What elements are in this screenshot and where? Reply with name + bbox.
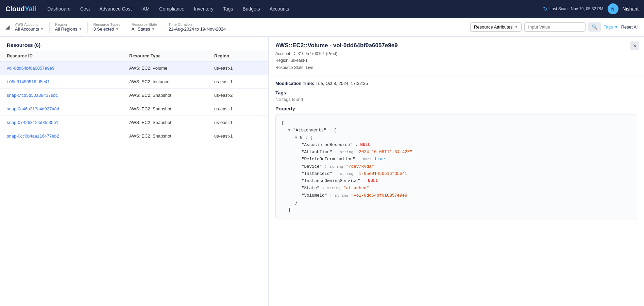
brand-cloud: Cloud xyxy=(5,5,25,13)
json-line: } xyxy=(281,199,631,206)
resource-id-cell: vol-0dd64bf0a6057e9e9 xyxy=(7,66,129,71)
detail-body: Modification Time: Tue, Oct 8, 2024, 17:… xyxy=(269,75,644,306)
resource-type-cell: AWS::EC2::Snapshot xyxy=(129,120,214,125)
modification-time: Modification Time: Tue, Oct 8, 2024, 17:… xyxy=(275,81,637,86)
json-line: { xyxy=(281,120,631,127)
nav-compliance[interactable]: Compliance xyxy=(155,4,188,14)
resource-state-label: Resource State xyxy=(132,22,157,26)
nav-inventory[interactable]: Inventory xyxy=(190,4,218,14)
resource-id-cell: snap-0fcb5d50a394379bc xyxy=(7,93,129,98)
refresh-icon[interactable]: ↻ xyxy=(543,6,547,12)
resource-id-link[interactable]: snap-0cc0b4aa116477eb2 xyxy=(7,133,59,139)
filter-region: Region All Regions ▼ xyxy=(55,22,82,32)
resource-id-link[interactable]: snap-0c46a313c4d927a8d xyxy=(7,106,59,111)
chevron-down-icon: ▼ xyxy=(614,24,618,30)
json-line: "AttachTime" : string "2024-10-08T11:34:… xyxy=(281,149,631,156)
json-line: ▼ 0 : { xyxy=(281,134,631,142)
resource-state-dropdown[interactable]: All States ▼ xyxy=(132,26,157,32)
time-duration-label: Time Duration xyxy=(169,22,226,26)
detail-meta: Account ID: 310957700191 (Prod) Region: … xyxy=(275,50,628,71)
nav-accounts[interactable]: Accounts xyxy=(266,4,293,14)
property-section: Property {▼ "Attachments" : [▼ 0 : {"Ass… xyxy=(275,106,637,219)
json-expand-icon[interactable]: ▼ xyxy=(288,128,293,133)
json-line: "Device" : string "/dev/xvda" xyxy=(281,163,631,170)
nav-budgets[interactable]: Budgets xyxy=(238,4,264,14)
region-cell: us-east-2 xyxy=(214,93,261,98)
account-id: Account ID: 310957700191 (Prod) xyxy=(275,50,628,57)
right-panel: ✕ AWS::EC2::Volume - vol-0dd64bf0a6057e9… xyxy=(269,37,644,306)
nav-advanced-cost[interactable]: Advanced Cost xyxy=(95,4,136,14)
nav-links: Dashboard Cost Advanced Cost IAM Complia… xyxy=(43,4,540,14)
filter-aws-account: AWS Account All Accounts ▼ xyxy=(15,22,44,32)
chevron-down-icon: ▼ xyxy=(79,27,82,31)
resource-id-link[interactable]: vol-0dd64bf0a6057e9e9 xyxy=(7,66,54,71)
divider-2 xyxy=(87,22,88,33)
resource-type-cell: AWS::EC2::Snapshot xyxy=(129,106,214,111)
resource-type-cell: AWS::EC2::Instance xyxy=(129,79,214,84)
json-view: {▼ "Attachments" : [▼ 0 : {"AssociatedRe… xyxy=(275,114,637,219)
json-line: "InstanceId" : string "i-05e91450516fd5e… xyxy=(281,170,631,178)
brand-yali: Yali xyxy=(25,5,36,13)
region-cell: us-east-1 xyxy=(214,79,261,84)
resource-type-cell: AWS::EC2::Snapshot xyxy=(129,133,214,139)
table-row[interactable]: i-05e91450516fd5e41 AWS::EC2::Instance u… xyxy=(0,75,268,89)
resource-id-link[interactable]: snap-07426312f503d35b1 xyxy=(7,120,58,125)
resource-state: Resource State: Live xyxy=(275,64,628,71)
resource-id-link[interactable]: i-05e91450516fd5e41 xyxy=(7,79,50,84)
resource-attributes-select[interactable]: Resource Attributes ▼ xyxy=(470,22,522,32)
brand: CloudYali xyxy=(5,5,36,13)
no-tags-message: No tags found xyxy=(275,97,637,102)
col-resource-type: Resource Type xyxy=(129,53,214,58)
time-duration-value: 21-Aug-2024 to 19-Nov-2024 xyxy=(169,26,226,32)
region-cell: us-east-1 xyxy=(214,133,261,139)
user-name: Nishant xyxy=(623,6,639,12)
region-cell: us-east-1 xyxy=(214,66,261,71)
chevron-down-icon: ▼ xyxy=(152,27,155,31)
json-line: "InstanceOwningService" : NULL xyxy=(281,178,631,185)
col-region: Region xyxy=(214,53,261,58)
table-row[interactable]: snap-0cc0b4aa116477eb2 AWS::EC2::Snapsho… xyxy=(0,129,268,143)
resource-id-cell: snap-0cc0b4aa116477eb2 xyxy=(7,133,129,139)
input-value-field[interactable] xyxy=(524,22,586,32)
avatar: N xyxy=(608,3,618,14)
json-line: ] xyxy=(281,206,631,214)
resource-types-label: Resource Types xyxy=(93,22,120,26)
resource-id-link[interactable]: snap-0fcb5d50a394379bc xyxy=(7,93,58,98)
filter-icon: ◢ xyxy=(5,24,10,30)
tags-section: Tags No tags found xyxy=(275,90,637,102)
detail-header: AWS::EC2::Volume - vol-0dd64bf0a6057e9e9… xyxy=(269,37,644,75)
table-row[interactable]: snap-0c46a313c4d927a8d AWS::EC2::Snapsho… xyxy=(0,102,268,116)
resource-type-cell: AWS::EC2::Snapshot xyxy=(129,93,214,98)
detail-region: Region: us-east-1 xyxy=(275,57,628,64)
table-row[interactable]: vol-0dd64bf0a6057e9e9 AWS::EC2::Volume u… xyxy=(0,61,268,75)
nav-iam[interactable]: IAM xyxy=(137,4,154,14)
json-expand-icon[interactable]: ▼ xyxy=(295,136,300,140)
filter-time-duration: Time Duration 21-Aug-2024 to 19-Nov-2024 xyxy=(169,22,226,32)
reset-all-button[interactable]: Reset All xyxy=(621,24,639,30)
resource-type-cell: AWS::EC2::Volume xyxy=(129,66,214,71)
tags-section-title: Tags xyxy=(275,90,637,95)
table-row[interactable]: snap-07426312f503d35b1 AWS::EC2::Snapsho… xyxy=(0,116,268,129)
tags-filter-link[interactable]: Tags ▼ xyxy=(604,24,618,30)
left-panel: Resources (6) Resource ID Resource Type … xyxy=(0,37,269,306)
divider-3 xyxy=(126,22,126,33)
search-button[interactable]: 🔍 xyxy=(588,22,601,32)
divider-4 xyxy=(163,22,163,33)
resource-id-cell: snap-07426312f503d35b1 xyxy=(7,120,129,125)
aws-account-dropdown[interactable]: All Accounts ▼ xyxy=(15,26,44,32)
resource-id-cell: snap-0c46a313c4d927a8d xyxy=(7,106,129,111)
nav-tags[interactable]: Tags xyxy=(219,4,237,14)
json-line: "VolumeId" : string "vol-0dd64bf0a6057e9… xyxy=(281,192,631,199)
resource-types-dropdown[interactable]: 3 Selected ▼ xyxy=(93,26,120,32)
navbar: CloudYali Dashboard Cost Advanced Cost I… xyxy=(0,0,644,18)
col-resource-id: Resource ID xyxy=(7,53,129,58)
close-button[interactable]: ✕ xyxy=(630,41,639,50)
detail-title: AWS::EC2::Volume - vol-0dd64bf0a6057e9e9 xyxy=(275,42,628,49)
nav-dashboard[interactable]: Dashboard xyxy=(43,4,75,14)
nav-cost[interactable]: Cost xyxy=(76,4,94,14)
json-line: "DeleteOnTermination" : bool true xyxy=(281,156,631,163)
table-body: vol-0dd64bf0a6057e9e9 AWS::EC2::Volume u… xyxy=(0,61,268,306)
region-dropdown[interactable]: All Regions ▼ xyxy=(55,26,82,32)
mod-time-value: Tue, Oct 8, 2024, 17:32:35 xyxy=(316,81,368,86)
table-row[interactable]: snap-0fcb5d50a394379bc AWS::EC2::Snapsho… xyxy=(0,89,268,102)
